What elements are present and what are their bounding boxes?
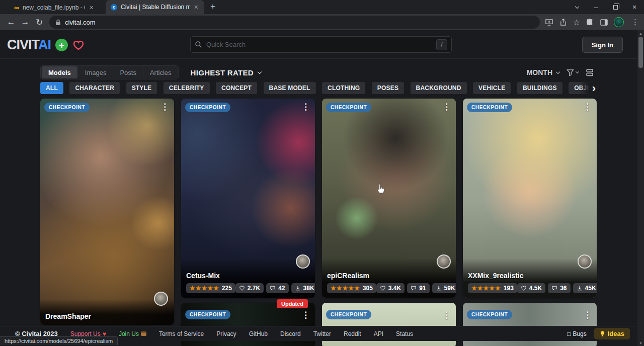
share-icon[interactable] xyxy=(559,18,568,27)
comments-pill[interactable]: 36 xyxy=(548,283,570,293)
model-card-xxmix[interactable]: CHECKPOINT ⋮ XXMix_9realistic ★★★★★193 4… xyxy=(463,99,597,298)
comments-pill[interactable]: 42 xyxy=(266,283,288,293)
model-card-cetus-mix[interactable]: CHECKPOINT ⋮ Cetus-Mix ★★★★★225 2.7K 42 … xyxy=(181,99,315,298)
period-dropdown[interactable]: MONTH xyxy=(527,68,559,76)
checkpoint-badge: CHECKPOINT xyxy=(467,103,512,112)
extensions-puzzle-icon[interactable] xyxy=(586,18,594,27)
likes-pill[interactable]: 3.4K xyxy=(376,283,405,293)
create-plus-button[interactable]: + xyxy=(55,39,68,51)
chip-base-model[interactable]: BASE MODEL xyxy=(264,82,316,94)
rating-pill[interactable]: ★★★★★225 xyxy=(186,283,235,293)
install-download-icon[interactable] xyxy=(545,18,553,27)
heart-icon xyxy=(521,285,527,291)
chip-vehicle[interactable]: VEHICLE xyxy=(473,82,511,94)
chip-all[interactable]: ALL xyxy=(40,82,63,94)
footer-link-reddit[interactable]: Reddit xyxy=(344,330,361,337)
scrollbar-thumb[interactable] xyxy=(638,37,643,68)
chip-clothing[interactable]: CLOTHING xyxy=(322,82,365,94)
ideas-button[interactable]: Ideas xyxy=(594,328,630,339)
footer-link-twitter[interactable]: Twitter xyxy=(313,330,331,337)
colab-icon: ∞ xyxy=(14,4,19,11)
chip-poses[interactable]: POSES xyxy=(372,82,404,94)
footer-link-discord[interactable]: Discord xyxy=(280,330,301,337)
checkpoint-badge: CHECKPOINT xyxy=(185,310,230,319)
footer-link-privacy[interactable]: Privacy xyxy=(216,330,236,337)
scroll-down-icon[interactable]: ▼ xyxy=(637,340,644,346)
footer-link-github[interactable]: GitHub xyxy=(249,330,268,337)
checkpoint-badge: CHECKPOINT xyxy=(44,103,90,112)
model-card-epicrealism[interactable]: CHECKPOINT ⋮ epiCRealism ★★★★★305 3.4K 9… xyxy=(322,99,456,298)
card-menu-icon[interactable]: ⋮ xyxy=(299,101,312,113)
search-bar[interactable]: / xyxy=(190,36,452,53)
card-menu-icon[interactable]: ⋮ xyxy=(440,309,453,321)
likes-pill[interactable]: 4.5K xyxy=(517,283,545,293)
tab-colab[interactable]: ∞ new_colab_file.ipynb - Colaborat × xyxy=(9,1,100,14)
heart-icon xyxy=(380,285,386,291)
creator-avatar[interactable] xyxy=(437,254,451,269)
restore-button[interactable] xyxy=(606,0,625,14)
chip-style[interactable]: STYLE xyxy=(126,82,157,94)
bookmark-star-icon[interactable]: ☆ xyxy=(573,18,580,27)
page-scrollbar[interactable]: ▲ ▼ xyxy=(637,30,644,346)
rating-pill[interactable]: ★★★★★193 xyxy=(468,283,517,293)
footer-link-join-us[interactable]: Join Us xyxy=(119,330,146,337)
site-header: CIVITAI + / Sign In xyxy=(0,30,644,59)
side-panel-icon[interactable] xyxy=(600,18,608,27)
minimize-button[interactable]: – xyxy=(587,0,606,14)
creator-avatar[interactable] xyxy=(296,254,310,269)
forward-button[interactable]: → xyxy=(18,17,32,27)
tab-models[interactable]: Models xyxy=(42,66,77,78)
close-tab-icon[interactable]: × xyxy=(193,4,199,11)
layout-toggle-icon[interactable] xyxy=(586,68,594,76)
back-button[interactable]: ← xyxy=(4,17,18,27)
chip-background[interactable]: BACKGROUND xyxy=(411,82,467,94)
rating-pill[interactable]: ★★★★★305 xyxy=(327,283,376,293)
card-menu-icon[interactable]: ⋮ xyxy=(158,101,171,113)
chip-concept[interactable]: CONCEPT xyxy=(216,82,257,94)
footer-link-api[interactable]: API xyxy=(374,330,383,337)
card-menu-icon[interactable]: ⋮ xyxy=(440,101,453,113)
chip-celebrity[interactable]: CELEBRITY xyxy=(164,82,210,94)
card-menu-icon[interactable]: ⋮ xyxy=(581,309,594,321)
close-window-button[interactable]: × xyxy=(625,0,644,14)
reload-button[interactable]: ↻ xyxy=(32,17,46,28)
bugs-link[interactable]: □Bugs xyxy=(567,330,587,337)
browser-menu-icon[interactable]: ⋮ xyxy=(629,18,641,27)
likes-pill[interactable]: 2.7K xyxy=(235,283,264,293)
scroll-up-icon[interactable]: ▲ xyxy=(637,30,644,36)
footer-link-status[interactable]: Status xyxy=(396,330,413,337)
model-card-dreamshaper[interactable]: CHECKPOINT ⋮ DreamShaper xyxy=(40,99,174,325)
tab-search-chevron-icon[interactable] xyxy=(568,0,587,14)
download-icon xyxy=(436,285,442,291)
favorites-heart-icon[interactable] xyxy=(72,40,85,51)
updated-badge: Updated xyxy=(277,299,308,308)
downloads-pill[interactable]: 59K xyxy=(432,283,456,293)
tab-articles[interactable]: Articles xyxy=(143,66,178,79)
footer-link-terms[interactable]: Terms of Service xyxy=(159,330,204,337)
sort-dropdown[interactable]: HIGHEST RATED xyxy=(191,68,261,77)
new-tab-button[interactable]: + xyxy=(210,2,215,12)
creator-avatar[interactable] xyxy=(578,254,592,269)
tab-posts[interactable]: Posts xyxy=(113,66,143,79)
card-menu-icon[interactable]: ⋮ xyxy=(299,309,312,321)
filter-funnel-dropdown[interactable] xyxy=(567,69,579,76)
tab-civitai[interactable]: c Civitai | Stable Diffusion models, × xyxy=(106,0,204,14)
comments-pill[interactable]: 91 xyxy=(407,283,429,293)
tab-images[interactable]: Images xyxy=(78,66,114,79)
civitai-logo[interactable]: CIVITAI + xyxy=(7,37,85,53)
creator-avatar[interactable] xyxy=(154,292,168,306)
chips-scroll-right-icon[interactable]: › xyxy=(580,82,597,95)
civitai-favicon-icon: c xyxy=(111,4,117,11)
close-tab-icon[interactable]: × xyxy=(89,4,95,11)
chip-character[interactable]: CHARACTER xyxy=(69,82,120,94)
star-icons: ★★★★★ xyxy=(471,285,501,291)
sign-in-button[interactable]: Sign In xyxy=(582,37,623,53)
chip-buildings[interactable]: BUILDINGS xyxy=(517,82,562,94)
profile-avatar[interactable] xyxy=(614,17,624,27)
address-bar[interactable]: civitai.com xyxy=(49,16,540,29)
card-menu-icon[interactable]: ⋮ xyxy=(581,101,594,113)
search-input[interactable] xyxy=(206,41,432,48)
downloads-pill[interactable]: 38K xyxy=(291,283,315,293)
card-stats: ★★★★★305 3.4K 91 59K xyxy=(327,283,451,293)
downloads-pill[interactable]: 45K xyxy=(573,283,597,293)
